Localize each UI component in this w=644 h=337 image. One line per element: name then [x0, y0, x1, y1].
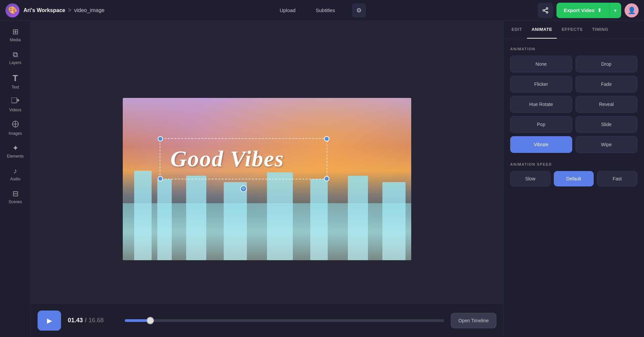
- speed-section-label: ANIMATION SPEED: [510, 162, 637, 166]
- speed-grid: Slow Default Fast: [510, 171, 637, 186]
- audio-icon: ♪: [13, 167, 17, 175]
- handle-top-left[interactable]: [158, 136, 163, 142]
- subtitles-button[interactable]: Subtitles: [312, 5, 338, 15]
- anim-reveal-button[interactable]: Reveal: [576, 96, 638, 113]
- sidebar-item-media[interactable]: ⊞ Media: [2, 24, 29, 46]
- tab-timing[interactable]: TIMING: [587, 21, 613, 39]
- anim-drop-button[interactable]: Drop: [576, 56, 638, 72]
- progress-handle[interactable]: [147, 317, 154, 324]
- export-dropdown-button[interactable]: ▾: [609, 3, 621, 18]
- sidebar-item-text[interactable]: T Text: [2, 70, 29, 93]
- tab-animate[interactable]: ANIMATE: [527, 21, 557, 39]
- animation-grid: None Drop Flicker Fade Hue Rotate Reveal…: [510, 56, 637, 153]
- time-total: 16.68: [89, 317, 104, 324]
- right-panel: EDIT ANIMATE EFFECTS TIMING ANIMATION No…: [503, 21, 644, 337]
- anim-pop-button[interactable]: Pop: [510, 116, 572, 133]
- user-avatar-button[interactable]: 👤: [625, 3, 639, 17]
- waterfall-1: [134, 171, 152, 260]
- panel-tabs: EDIT ANIMATE EFFECTS TIMING: [503, 21, 644, 39]
- logo-emoji: 🎨: [8, 6, 17, 15]
- sidebar-label-scenes: Scenes: [8, 200, 22, 204]
- sidebar-label-media: Media: [10, 38, 21, 42]
- breadcrumb-separator: >: [68, 7, 71, 14]
- canvas-wrapper[interactable]: Good Vibes ↻: [123, 98, 411, 260]
- export-button-group: Export Video ⬆ ▾: [556, 3, 621, 18]
- waterfall-4: [224, 182, 247, 260]
- svg-point-0: [546, 7, 548, 9]
- upload-button[interactable]: Upload: [276, 5, 299, 15]
- text-icon: T: [13, 73, 18, 83]
- layers-icon: ⧉: [13, 50, 18, 59]
- speed-default-button[interactable]: Default: [554, 171, 594, 186]
- scenes-icon: ⊟: [12, 189, 18, 198]
- handle-bottom-right[interactable]: [324, 176, 329, 181]
- svg-line-3: [544, 11, 546, 12]
- time-display: 01.43 / 16.68: [68, 317, 118, 324]
- waterfall-3: [186, 176, 206, 260]
- time-separator: /: [85, 317, 87, 324]
- sidebar-item-audio[interactable]: ♪ Audio: [2, 163, 29, 185]
- project-name: video_image: [74, 7, 105, 13]
- app-logo: 🎨: [5, 3, 19, 17]
- workspace-name[interactable]: Ari's Workspace: [23, 7, 65, 13]
- play-icon: ▶: [47, 317, 52, 325]
- handle-bottom-left[interactable]: [158, 176, 163, 181]
- svg-rect-5: [11, 98, 17, 103]
- sidebar-label-elements: Elements: [7, 154, 23, 159]
- media-icon: ⊞: [12, 27, 18, 36]
- sidebar-label-images: Images: [9, 131, 22, 136]
- main-layout: ⊞ Media ⧉ Layers T Text Videos: [0, 21, 644, 337]
- anim-none-button[interactable]: None: [510, 56, 572, 72]
- text-selection-box[interactable]: Good Vibes ↻: [160, 138, 327, 179]
- open-timeline-button[interactable]: Open Timeline: [451, 313, 496, 328]
- anim-slide-button[interactable]: Slide: [576, 116, 638, 133]
- waterfall-5: [267, 172, 293, 260]
- waterfall-2: [157, 179, 172, 260]
- header-actions: Export Video ⬆ ▾ 👤: [538, 3, 639, 18]
- waterfall-8: [382, 182, 406, 260]
- speed-fast-button[interactable]: Fast: [597, 171, 637, 186]
- anim-wipe-button[interactable]: Wipe: [576, 136, 638, 153]
- play-button[interactable]: ▶: [38, 311, 61, 331]
- panel-content: ANIMATION None Drop Flicker Fade Hue Rot…: [503, 39, 644, 337]
- handle-rotate[interactable]: ↻: [240, 185, 247, 192]
- export-label: Export Video: [564, 7, 595, 13]
- canvas-area: Good Vibes ↻ ▶ 01.43 / 16.68: [31, 21, 503, 337]
- sidebar-item-layers[interactable]: ⧉ Layers: [2, 47, 29, 68]
- header-center: Upload Subtitles ⚙: [109, 3, 534, 17]
- waterfall-6: [310, 179, 328, 260]
- tab-effects[interactable]: EFFECTS: [557, 21, 587, 39]
- elements-icon: ✦: [12, 144, 18, 153]
- export-video-button[interactable]: Export Video ⬆: [556, 3, 609, 18]
- videos-icon: [11, 98, 19, 106]
- time-current: 01.43: [68, 317, 83, 324]
- speed-slow-button[interactable]: Slow: [510, 171, 550, 186]
- sidebar-label-text: Text: [11, 85, 19, 90]
- canvas-background: Good Vibes ↻: [123, 98, 411, 260]
- sidebar-item-elements[interactable]: ✦ Elements: [2, 141, 29, 162]
- sidebar-item-images[interactable]: Images: [2, 117, 29, 139]
- bottom-controls: ▶ 01.43 / 16.68 Open Timeline: [31, 303, 503, 337]
- sidebar: ⊞ Media ⧉ Layers T Text Videos: [0, 21, 31, 337]
- sidebar-item-videos[interactable]: Videos: [2, 94, 29, 116]
- anim-fade-button[interactable]: Fade: [576, 76, 638, 93]
- settings-button[interactable]: ⚙: [352, 3, 366, 17]
- svg-line-4: [544, 9, 546, 10]
- anim-flicker-button[interactable]: Flicker: [510, 76, 572, 93]
- images-icon: [12, 120, 19, 130]
- canvas-text[interactable]: Good Vibes: [170, 146, 284, 171]
- svg-marker-6: [17, 99, 19, 102]
- progress-bar[interactable]: [125, 319, 444, 322]
- sidebar-label-audio: Audio: [10, 177, 20, 181]
- svg-point-2: [546, 11, 548, 13]
- sidebar-label-layers: Layers: [9, 60, 21, 65]
- breadcrumb: Ari's Workspace > video_image: [23, 7, 105, 14]
- handle-top-right[interactable]: [324, 136, 329, 142]
- share-button[interactable]: [538, 3, 553, 18]
- animation-section-label: ANIMATION: [510, 47, 637, 51]
- tab-edit[interactable]: EDIT: [507, 21, 527, 39]
- anim-hue-rotate-button[interactable]: Hue Rotate: [510, 96, 572, 113]
- waterfall-7: [348, 176, 368, 260]
- anim-vibrate-button[interactable]: Vibrate: [510, 136, 572, 153]
- sidebar-item-scenes[interactable]: ⊟ Scenes: [2, 186, 29, 208]
